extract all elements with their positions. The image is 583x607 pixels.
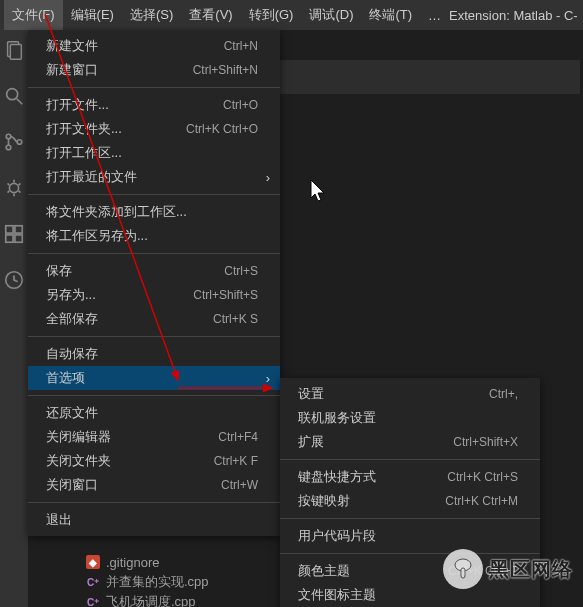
menu-overflow[interactable]: … xyxy=(420,8,449,23)
file-menu-dropdown: 新建文件Ctrl+N 新建窗口Ctrl+Shift+N 打开文件...Ctrl+… xyxy=(28,30,280,536)
menuitem-add-folder[interactable]: 将文件夹添加到工作区... xyxy=(28,200,280,224)
cpp-icon: C⁺ xyxy=(86,595,100,607)
file-row[interactable]: ◆.gitignore xyxy=(86,552,209,572)
menuitem-save-as[interactable]: 另存为...Ctrl+Shift+S xyxy=(28,283,280,307)
menu-view[interactable]: 查看(V) xyxy=(181,0,240,30)
timeline-icon[interactable] xyxy=(2,268,26,292)
watermark-text: 黑区网络 xyxy=(489,556,573,583)
menu-go[interactable]: 转到(G) xyxy=(241,0,302,30)
menuitem-open-recent[interactable]: 打开最近的文件› xyxy=(28,165,280,189)
menuitem-save-workspace-as[interactable]: 将工作区另存为... xyxy=(28,224,280,248)
watermark-logo-icon xyxy=(443,549,483,589)
debug-icon[interactable] xyxy=(2,176,26,200)
menuitem-open-folder[interactable]: 打开文件夹...Ctrl+K Ctrl+O xyxy=(28,117,280,141)
menu-debug[interactable]: 调试(D) xyxy=(301,0,361,30)
menu-separator xyxy=(28,395,280,396)
svg-point-2 xyxy=(7,89,18,100)
menu-terminal[interactable]: 终端(T) xyxy=(361,0,420,30)
menu-separator xyxy=(28,502,280,503)
menu-separator xyxy=(28,87,280,88)
submenu-user-snippets[interactable]: 用户代码片段 xyxy=(280,524,540,548)
menuitem-close-folder[interactable]: 关闭文件夹Ctrl+K F xyxy=(28,449,280,473)
menu-separator xyxy=(280,518,540,519)
svg-rect-9 xyxy=(15,226,22,233)
submenu-keyboard-shortcuts[interactable]: 键盘快捷方式Ctrl+K Ctrl+S xyxy=(280,465,540,489)
svg-rect-1 xyxy=(10,45,21,60)
source-control-icon[interactable] xyxy=(2,130,26,154)
menuitem-open-file[interactable]: 打开文件...Ctrl+O xyxy=(28,93,280,117)
file-row[interactable]: C⁺并查集的实现.cpp xyxy=(86,572,209,592)
submenu-settings[interactable]: 设置Ctrl+, xyxy=(280,382,540,406)
menuitem-new-window[interactable]: 新建窗口Ctrl+Shift+N xyxy=(28,58,280,82)
svg-rect-16 xyxy=(461,568,465,578)
menuitem-save-all[interactable]: 全部保存Ctrl+K S xyxy=(28,307,280,331)
svg-point-4 xyxy=(6,134,11,139)
chevron-right-icon: › xyxy=(266,170,270,185)
chevron-right-icon: › xyxy=(266,371,270,386)
menu-edit[interactable]: 编辑(E) xyxy=(63,0,122,30)
editor-tab-bg xyxy=(280,60,580,94)
svg-rect-8 xyxy=(6,226,13,233)
activity-bar xyxy=(0,30,28,607)
menubar: 文件(F) 编辑(E) 选择(S) 查看(V) 转到(G) 调试(D) 终端(T… xyxy=(0,0,583,30)
submenu-keymaps[interactable]: 按键映射Ctrl+K Ctrl+M xyxy=(280,489,540,513)
cpp-icon: C⁺ xyxy=(86,575,100,589)
menu-separator xyxy=(28,336,280,337)
submenu-extensions[interactable]: 扩展Ctrl+Shift+X xyxy=(280,430,540,454)
menuitem-revert-file[interactable]: 还原文件 xyxy=(28,401,280,425)
svg-point-5 xyxy=(6,145,11,150)
search-icon[interactable] xyxy=(2,84,26,108)
menuitem-open-workspace[interactable]: 打开工作区... xyxy=(28,141,280,165)
menu-select[interactable]: 选择(S) xyxy=(122,0,181,30)
menuitem-auto-save[interactable]: 自动保存 xyxy=(28,342,280,366)
menuitem-exit[interactable]: 退出 xyxy=(28,508,280,532)
svg-rect-10 xyxy=(6,235,13,242)
menuitem-close-editor[interactable]: 关闭编辑器Ctrl+F4 xyxy=(28,425,280,449)
menu-separator xyxy=(28,253,280,254)
menu-separator xyxy=(28,194,280,195)
file-row[interactable]: C⁺飞机场调度.cpp xyxy=(86,592,209,607)
svg-line-3 xyxy=(17,99,23,105)
menuitem-close-window[interactable]: 关闭窗口Ctrl+W xyxy=(28,473,280,497)
watermark: 黑区网络 xyxy=(443,549,573,589)
window-title: Extension: Matlab - C- xyxy=(449,8,579,23)
svg-rect-11 xyxy=(15,235,22,242)
menuitem-new-file[interactable]: 新建文件Ctrl+N xyxy=(28,34,280,58)
explorer-files: ◆.gitignore C⁺并查集的实现.cpp C⁺飞机场调度.cpp xyxy=(86,552,209,607)
pointer-cursor-icon xyxy=(307,178,329,209)
gitignore-icon: ◆ xyxy=(86,555,100,569)
extensions-icon[interactable] xyxy=(2,222,26,246)
files-icon[interactable] xyxy=(2,38,26,62)
menu-separator xyxy=(280,459,540,460)
svg-point-7 xyxy=(9,183,18,192)
menu-file[interactable]: 文件(F) xyxy=(4,0,63,30)
svg-point-6 xyxy=(17,140,22,145)
menuitem-save[interactable]: 保存Ctrl+S xyxy=(28,259,280,283)
submenu-online-services[interactable]: 联机服务设置 xyxy=(280,406,540,430)
menuitem-preferences[interactable]: 首选项› xyxy=(28,366,280,390)
